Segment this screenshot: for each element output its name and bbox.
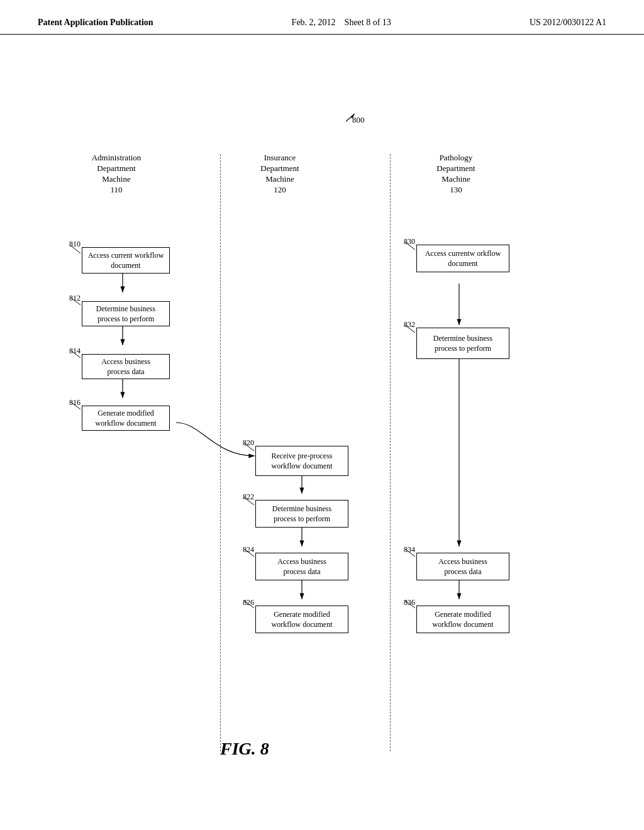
- step-label-810: 810: [69, 240, 80, 249]
- diagram-number-arrow: [321, 109, 358, 128]
- col-header-insurance: InsuranceDepartmentMachine120: [233, 153, 327, 196]
- step-label-830: 830: [404, 237, 415, 246]
- dashed-line-2: [390, 154, 391, 751]
- step-box-820: Receive pre-processworkflow document: [255, 446, 348, 476]
- step-label-820: 820: [243, 438, 254, 448]
- step-label-814: 814: [69, 346, 80, 356]
- step-label-812: 812: [69, 294, 80, 303]
- figure-label: FIG. 8: [220, 739, 269, 759]
- step-box-816: Generate modifiedworkflow document: [82, 406, 170, 431]
- step-label-832: 832: [404, 320, 415, 329]
- step-box-812: Determine businessprocess to perform: [82, 301, 170, 326]
- page-header: Patent Application Publication Feb. 2, 2…: [0, 0, 644, 35]
- step-label-826: 826: [243, 598, 254, 607]
- diagram-area: 800 AdministrationDepartmentMachine110 I…: [0, 35, 644, 802]
- step-box-810: Access current workflowdocument: [82, 247, 170, 274]
- col-header-pathology: PathologyDepartmentMachine130: [409, 153, 503, 196]
- step-box-830: Access currentw orkflowdocument: [416, 245, 509, 272]
- step-box-832: Determine businessprocess to perform: [416, 328, 509, 359]
- step-box-822: Determine businessprocess to perform: [255, 500, 348, 528]
- header-right: US 2012/0030122 A1: [530, 18, 606, 28]
- step-label-824: 824: [243, 545, 254, 555]
- step-box-836: Generate modifiedworkflow document: [416, 606, 509, 633]
- step-box-826: Generate modifiedworkflow document: [255, 606, 348, 633]
- dashed-line-1: [220, 154, 221, 751]
- step-label-822: 822: [243, 492, 254, 502]
- step-label-836: 836: [404, 598, 415, 607]
- col-header-admin: AdministrationDepartmentMachine110: [63, 153, 170, 196]
- step-label-834: 834: [404, 545, 415, 555]
- step-label-816: 816: [69, 398, 80, 407]
- header-left: Patent Application Publication: [38, 18, 153, 28]
- svg-marker-1: [351, 114, 355, 119]
- step-box-824: Access businessprocess data: [255, 553, 348, 580]
- step-box-834: Access businessprocess data: [416, 553, 509, 580]
- header-center: Feb. 2, 2012 Sheet 8 of 13: [292, 18, 391, 28]
- step-box-814: Access businessprocess data: [82, 354, 170, 379]
